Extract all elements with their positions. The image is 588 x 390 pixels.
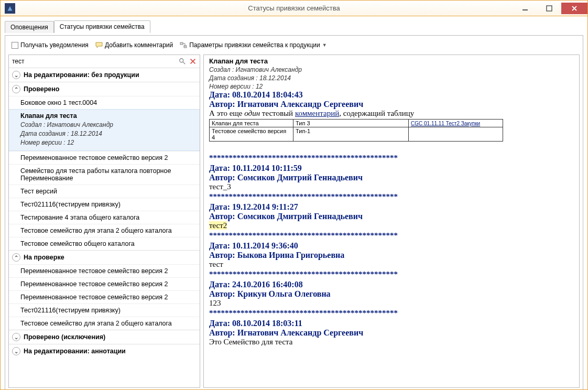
list-item[interactable]: Переименованное тестовое семейство верси… xyxy=(9,264,200,277)
minimize-button[interactable] xyxy=(513,3,537,14)
clear-search-button[interactable] xyxy=(188,57,198,66)
title-bar: Статусы привязки семейства xyxy=(1,1,587,16)
svg-rect-0 xyxy=(522,9,528,10)
svg-point-4 xyxy=(180,59,183,62)
notify-checkbox[interactable]: Получать уведомления xyxy=(9,40,91,50)
family-tree[interactable]: ⌄На редактировании: без продукции ⌃Прове… xyxy=(9,68,200,387)
tab-binding-statuses[interactable]: Статусы привязки семейства xyxy=(54,20,150,33)
maximize-button[interactable] xyxy=(537,3,561,14)
entry-date: Дата: 10.11.2014 10:11:59 xyxy=(209,164,574,173)
list-item[interactable]: Боковое окно 1 тест.0004 xyxy=(9,96,200,109)
close-button[interactable] xyxy=(561,3,587,14)
list-item[interactable]: Тестовое семейство для этапа 2 общего ка… xyxy=(9,317,200,330)
separator-stars: ****************************************… xyxy=(209,270,574,279)
item-version: Номер версии : 12 xyxy=(20,139,195,146)
svg-rect-2 xyxy=(180,42,183,45)
entry-body: 123 xyxy=(209,299,574,308)
svg-rect-1 xyxy=(547,6,552,11)
list-item[interactable]: Тестовое семейство для этапа 2 общего ка… xyxy=(9,224,200,237)
group-in-review[interactable]: ⌃На проверке xyxy=(9,250,200,264)
binding-params-button[interactable]: Параметры привязки семейства к продукции… xyxy=(177,40,329,50)
list-item[interactable]: Тестовое семейство общего каталога xyxy=(9,237,200,250)
entry-body: Это Семейство для теста xyxy=(209,338,574,346)
toolbar: Получать уведомления Добавить комментари… xyxy=(8,39,580,51)
chevron-up-icon: ⌃ xyxy=(12,85,20,93)
entry-body: А это еще один тестовый комментарий, сод… xyxy=(209,109,574,118)
separator-stars: ****************************************… xyxy=(209,192,574,201)
detail-created-date: Дата создания : 18.12.2014 xyxy=(209,74,574,82)
list-item[interactable]: Тест версий xyxy=(9,185,200,198)
list-item[interactable]: Переименованное тестовое семейство верси… xyxy=(9,151,200,164)
add-comment-label: Добавить комментарий xyxy=(105,41,173,49)
notify-label: Получать уведомления xyxy=(20,41,89,49)
chevron-up-icon: ⌃ xyxy=(12,253,20,262)
chevron-down-icon: ▼ xyxy=(322,42,327,48)
group-checked[interactable]: ⌃Проверено xyxy=(9,82,200,96)
detail-version: Номер версии : 12 xyxy=(209,83,574,90)
binding-params-icon xyxy=(179,41,188,49)
search-button[interactable] xyxy=(178,57,187,66)
item-created-date: Дата создания : 18.12.2014 xyxy=(20,130,195,137)
table-row: Клапан для тестаТип 3CGC 01.11.11 Тест2 … xyxy=(210,120,503,127)
entry-date: Дата: 10.11.2014 9:36:40 xyxy=(209,241,574,251)
separator-stars: ****************************************… xyxy=(209,309,574,318)
entry-body: тест xyxy=(209,260,574,269)
list-item[interactable]: Переименованное тестовое семейство верси… xyxy=(9,290,200,304)
comment-link[interactable]: комментарий xyxy=(295,109,339,117)
detail-title: Клапан для теста xyxy=(209,57,574,65)
table-link[interactable]: CGC 01.11.11 Тест2 Закупки xyxy=(411,121,480,126)
entry-author: Автор: Игнатович Александр Сергеевич xyxy=(209,328,574,338)
entry-author: Автор: Сомсиков Дмитрий Геннадьевич xyxy=(209,173,574,182)
search-input[interactable] xyxy=(11,56,177,67)
window-title: Статусы привязки семейства xyxy=(248,4,340,12)
table-row: Тестовое семейство версия 4Тип-1 xyxy=(210,127,503,142)
entry-author: Автор: Быкова Ирина Григорьевна xyxy=(209,251,574,260)
entry-body: тест_3 xyxy=(209,182,574,191)
group-editing-no-product[interactable]: ⌄На редактировании: без продукции xyxy=(9,68,200,82)
item-created-by: Создал : Игнатович Александр xyxy=(20,121,195,128)
detail-panel[interactable]: Клапан для теста Создал : Игнатович Алек… xyxy=(203,55,580,388)
separator-stars: ****************************************… xyxy=(209,154,574,162)
entry-date: Дата: 24.10.2016 16:40:08 xyxy=(209,280,574,289)
list-item[interactable]: Тест021116(тестируем привязку) xyxy=(9,198,200,211)
tab-strip: Оповещения Статусы привязки семейства xyxy=(5,19,583,33)
list-item-selected[interactable]: Клапан для теста Создал : Игнатович Алек… xyxy=(9,109,200,151)
entry-body: тест2 xyxy=(209,221,574,230)
binding-params-label: Параметры привязки семейства к продукции xyxy=(189,41,320,49)
entry-author: Автор: Сомсиков Дмитрий Геннадьевич xyxy=(209,212,574,221)
item-title: Клапан для теста xyxy=(20,112,195,120)
checkbox-icon xyxy=(12,42,18,49)
list-item[interactable]: Тест021116(тестируем привязку) xyxy=(9,304,200,317)
tab-notifications[interactable]: Оповещения xyxy=(5,21,54,33)
comment-table: Клапан для тестаТип 3CGC 01.11.11 Тест2 … xyxy=(209,119,503,142)
app-icon xyxy=(5,3,15,14)
chevron-down-icon: ⌄ xyxy=(12,333,20,341)
detail-created-by: Создал : Игнатович Александр xyxy=(209,66,574,73)
entry-date: Дата: 08.10.2014 18:03:11 xyxy=(209,319,574,328)
chevron-down-icon: ⌄ xyxy=(12,347,20,355)
separator-stars: ****************************************… xyxy=(209,231,574,240)
group-editing-annotations[interactable]: ⌄На редактировании: аннотации xyxy=(9,344,200,358)
left-panel: ⌄На редактировании: без продукции ⌃Прове… xyxy=(8,55,200,388)
list-item[interactable]: Тестирование 4 этапа общего каталога xyxy=(9,211,200,224)
entry-date: Дата: 08.10.2014 18:04:43 xyxy=(209,90,574,100)
add-comment-button[interactable]: Добавить комментарий xyxy=(93,40,175,50)
entry-date: Дата: 19.12.2014 9:11:27 xyxy=(209,202,574,212)
comment-icon xyxy=(95,41,103,49)
list-item[interactable]: Переименованное тестовое семейство верси… xyxy=(9,277,200,290)
list-item[interactable]: Семейство для теста работы каталога повт… xyxy=(9,164,200,185)
group-checked-exceptions[interactable]: ⌄Проверено (исключения) xyxy=(9,330,200,344)
entry-author: Автор: Игнатович Александр Сергеевич xyxy=(209,100,574,109)
entry-author: Автор: Крикун Ольга Олеговна xyxy=(209,289,574,299)
chevron-down-icon: ⌄ xyxy=(12,71,20,79)
